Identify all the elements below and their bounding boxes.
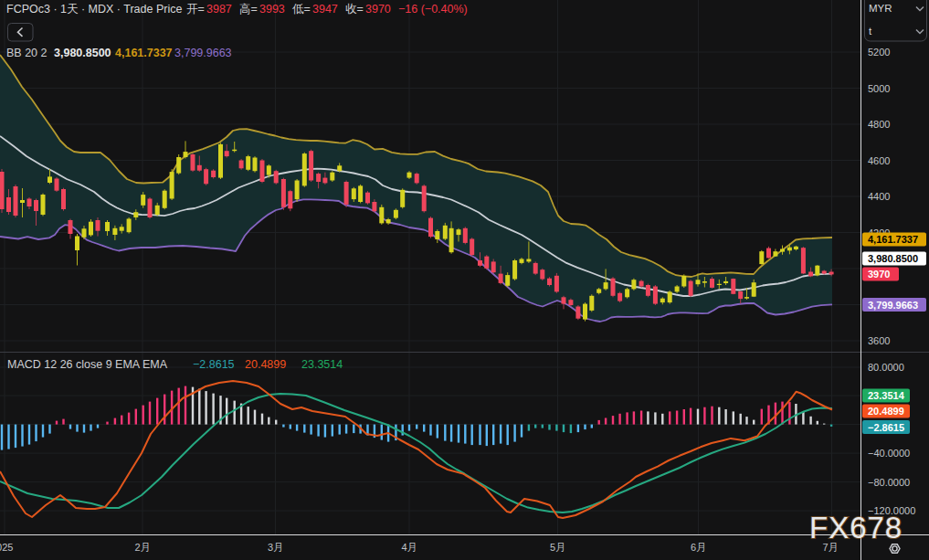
svg-text:−2.8615: −2.8615 xyxy=(193,358,235,371)
svg-text:3,980.8500: 3,980.8500 xyxy=(868,253,918,264)
svg-text:3947: 3947 xyxy=(312,3,338,16)
svg-text:4,161.7337: 4,161.7337 xyxy=(115,47,173,59)
svg-text:20.4899: 20.4899 xyxy=(868,406,904,417)
svg-text:3月: 3月 xyxy=(268,542,283,553)
svg-text:BB 20 2: BB 20 2 xyxy=(6,47,48,59)
svg-text:3,980.8500: 3,980.8500 xyxy=(54,47,111,59)
svg-text:FCPOc3 · 1天 · MDX · Trade Pric: FCPOc3 · 1天 · MDX · Trade Price xyxy=(6,3,182,16)
svg-text:6月: 6月 xyxy=(691,542,706,553)
svg-text:5200: 5200 xyxy=(868,47,890,58)
svg-text:4月: 4月 xyxy=(401,542,417,553)
svg-text:5000: 5000 xyxy=(868,83,890,94)
svg-text:MYR: MYR xyxy=(869,3,892,14)
svg-text:2025: 2025 xyxy=(0,542,13,553)
svg-text:23.3514: 23.3514 xyxy=(301,358,343,371)
svg-text:5月: 5月 xyxy=(550,542,565,553)
svg-text:开=: 开= xyxy=(186,3,205,16)
svg-text:−80.0000: −80.0000 xyxy=(868,477,910,488)
svg-text:3970: 3970 xyxy=(365,3,391,16)
svg-text:−2.8615: −2.8615 xyxy=(868,422,904,433)
svg-text:23.3514: 23.3514 xyxy=(868,390,905,401)
svg-text:4400: 4400 xyxy=(868,191,890,202)
svg-text:3,799.9663: 3,799.9663 xyxy=(868,300,918,311)
svg-text:3600: 3600 xyxy=(868,335,890,346)
svg-text:−40.0000: −40.0000 xyxy=(868,448,910,459)
svg-text:4,161.7337: 4,161.7337 xyxy=(868,234,918,245)
svg-text:3,799.9663: 3,799.9663 xyxy=(174,47,232,59)
svg-text:3993: 3993 xyxy=(259,3,285,16)
svg-text:高=: 高= xyxy=(239,3,258,16)
svg-text:2月: 2月 xyxy=(134,542,150,553)
svg-text:3987: 3987 xyxy=(206,3,232,16)
svg-text:20.4899: 20.4899 xyxy=(245,358,286,371)
svg-text:4600: 4600 xyxy=(868,155,890,166)
svg-text:FX678: FX678 xyxy=(809,511,903,544)
svg-text:收=: 收= xyxy=(345,3,364,16)
svg-text:4800: 4800 xyxy=(868,119,890,130)
svg-text:MACD 12 26 close 9 EMA EMA: MACD 12 26 close 9 EMA EMA xyxy=(7,358,168,371)
svg-text:80.0000: 80.0000 xyxy=(868,362,904,373)
svg-text:低=: 低= xyxy=(292,3,311,16)
svg-text:−16 (−0.40%): −16 (−0.40%) xyxy=(398,3,468,16)
svg-text:3970: 3970 xyxy=(868,269,890,280)
